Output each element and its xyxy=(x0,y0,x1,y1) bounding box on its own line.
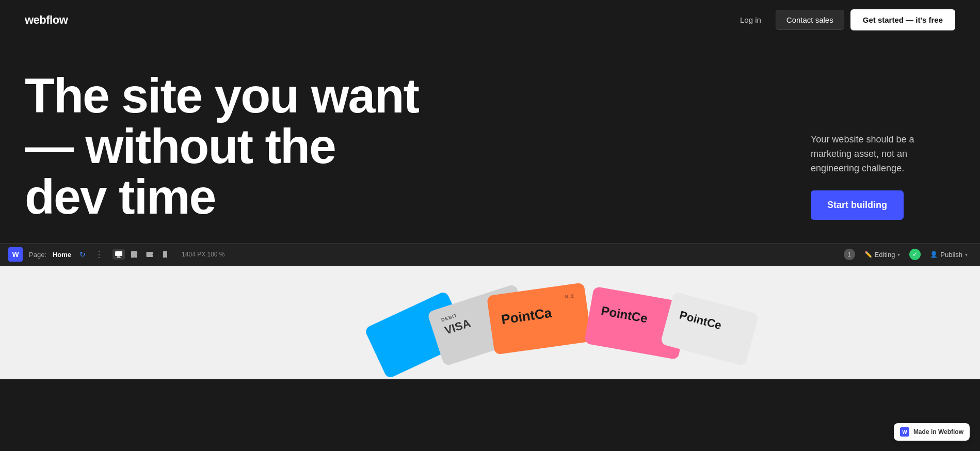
more-options-icon[interactable]: ⋮ xyxy=(92,248,106,262)
page-prefix-label: Page: xyxy=(29,251,46,259)
pencil-icon: ✏️ xyxy=(864,251,872,258)
editor-canvas: DEBIT VISA N:2 PointCa PointCe PointCe xyxy=(0,266,980,379)
page-name-label: Home xyxy=(53,251,71,259)
publish-chevron-icon: ▾ xyxy=(965,252,968,257)
svg-rect-3 xyxy=(131,251,137,258)
made-in-webflow-badge[interactable]: W Made in Webflow xyxy=(894,423,970,441)
hero-right: Your website should be a marketing asset… xyxy=(811,71,955,220)
view-icons xyxy=(113,249,171,260)
landscape-tablet-view-icon[interactable] xyxy=(143,249,156,260)
editor-toolbar: W Page: Home ↻ ⋮ xyxy=(0,243,980,266)
nav-actions: Log in Contact sales Get started — it's … xyxy=(732,9,955,30)
resolution-label: 1404 PX 100 % xyxy=(182,251,224,258)
publish-button[interactable]: 👤 Publish ▾ xyxy=(926,249,972,261)
start-building-button[interactable]: Start building xyxy=(811,190,904,220)
svg-rect-2 xyxy=(117,257,121,258)
webflow-logo[interactable]: webflow xyxy=(25,13,68,27)
hero-section: The site you want — without the dev time… xyxy=(0,40,980,243)
svg-rect-0 xyxy=(115,251,122,256)
user-count-badge: 1 xyxy=(844,249,855,260)
contact-sales-button[interactable]: Contact sales xyxy=(776,10,844,30)
editing-mode-button[interactable]: ✏️ Editing ▾ xyxy=(860,249,905,261)
publish-label: Publish xyxy=(940,251,962,259)
navbar: webflow Log in Contact sales Get started… xyxy=(0,0,980,40)
card-pink-brand: PointCe xyxy=(600,303,674,330)
hero-headline: The site you want — without the dev time xyxy=(25,71,427,222)
editing-label: Editing xyxy=(875,251,895,259)
tablet-view-icon[interactable] xyxy=(128,249,140,260)
editor-right-controls: 1 ✏️ Editing ▾ ✓ 👤 Publish ▾ xyxy=(844,249,972,261)
svg-rect-5 xyxy=(147,252,153,257)
svg-rect-6 xyxy=(153,254,153,255)
hero-left: The site you want — without the dev time xyxy=(25,71,780,222)
svg-rect-8 xyxy=(165,257,166,257)
login-button[interactable]: Log in xyxy=(732,10,769,29)
card-white-brand: PointCe xyxy=(678,308,744,338)
svg-rect-4 xyxy=(134,257,135,257)
publish-status-icon: ✓ xyxy=(909,249,921,260)
person-icon: 👤 xyxy=(930,251,938,258)
svg-rect-7 xyxy=(163,251,167,258)
made-in-webflow-label: Made in Webflow xyxy=(913,428,963,436)
desktop-view-icon[interactable] xyxy=(113,249,125,260)
svg-rect-1 xyxy=(117,256,120,257)
card-scene: DEBIT VISA N:2 PointCa PointCe PointCe xyxy=(284,266,697,379)
hero-subtext: Your website should be a marketing asset… xyxy=(811,133,955,176)
refresh-icon[interactable]: ↻ xyxy=(79,250,86,259)
get-started-button[interactable]: Get started — it's free xyxy=(850,9,955,30)
webflow-badge-icon: W xyxy=(900,427,909,437)
webflow-editor-logo: W xyxy=(8,247,23,262)
editing-chevron-icon: ▾ xyxy=(897,252,900,257)
mobile-view-icon[interactable] xyxy=(159,249,171,260)
